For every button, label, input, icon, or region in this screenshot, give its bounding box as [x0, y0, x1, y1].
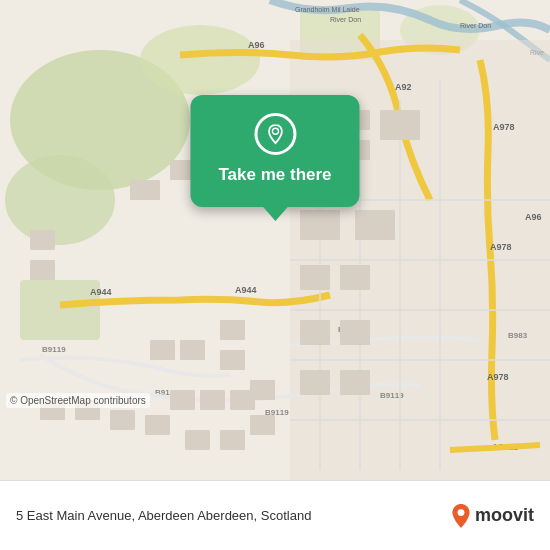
svg-rect-49	[30, 230, 55, 250]
svg-rect-48	[340, 370, 370, 395]
svg-rect-46	[340, 320, 370, 345]
svg-rect-55	[220, 320, 245, 340]
svg-text:River Don: River Don	[460, 22, 491, 29]
svg-rect-3	[20, 280, 100, 340]
svg-rect-42	[355, 210, 395, 240]
svg-rect-41	[300, 210, 340, 240]
svg-rect-51	[130, 180, 160, 200]
svg-rect-40	[380, 110, 420, 140]
svg-text:A96: A96	[525, 212, 542, 222]
svg-text:A978: A978	[493, 122, 515, 132]
location-pin-icon	[254, 113, 296, 155]
svg-rect-47	[300, 370, 330, 395]
svg-rect-53	[150, 340, 175, 360]
moovit-pin-icon	[451, 504, 471, 528]
svg-text:B983: B983	[508, 331, 528, 340]
svg-rect-54	[180, 340, 205, 360]
info-bar: 5 East Main Avenue, Aberdeen Aberdeen, S…	[0, 480, 550, 550]
svg-text:A92: A92	[395, 82, 412, 92]
svg-rect-50	[30, 260, 55, 280]
svg-rect-44	[340, 265, 370, 290]
svg-text:River Don: River Don	[330, 16, 361, 23]
svg-text:A944: A944	[235, 285, 257, 295]
svg-point-4	[140, 25, 260, 95]
map-container: Grandholm Mil Laide River Don River Don …	[0, 0, 550, 480]
svg-point-2	[5, 155, 115, 245]
svg-rect-59	[200, 390, 225, 410]
copyright-notice: © OpenStreetMap contributors	[6, 393, 150, 408]
address-label: 5 East Main Avenue, Aberdeen Aberdeen, S…	[16, 508, 451, 523]
svg-text:B9119: B9119	[42, 345, 66, 354]
moovit-brand-name: moovit	[475, 505, 534, 526]
svg-rect-62	[220, 430, 245, 450]
svg-text:Grandholm Mil Laide: Grandholm Mil Laide	[295, 6, 360, 13]
svg-point-70	[458, 509, 465, 516]
svg-rect-56	[220, 350, 245, 370]
svg-rect-60	[230, 390, 255, 410]
svg-rect-58	[170, 390, 195, 410]
svg-point-69	[273, 129, 278, 134]
moovit-logo[interactable]: moovit	[451, 504, 534, 528]
svg-text:A978: A978	[487, 372, 509, 382]
svg-rect-43	[300, 265, 330, 290]
take-me-there-popup[interactable]: Take me there	[190, 95, 359, 207]
svg-rect-61	[250, 415, 275, 435]
svg-rect-63	[185, 430, 210, 450]
svg-rect-67	[145, 415, 170, 435]
svg-rect-45	[300, 320, 330, 345]
svg-text:A978: A978	[490, 242, 512, 252]
svg-rect-66	[110, 410, 135, 430]
svg-text:A96: A96	[248, 40, 265, 50]
popup-label: Take me there	[218, 165, 331, 185]
svg-text:A944: A944	[90, 287, 112, 297]
